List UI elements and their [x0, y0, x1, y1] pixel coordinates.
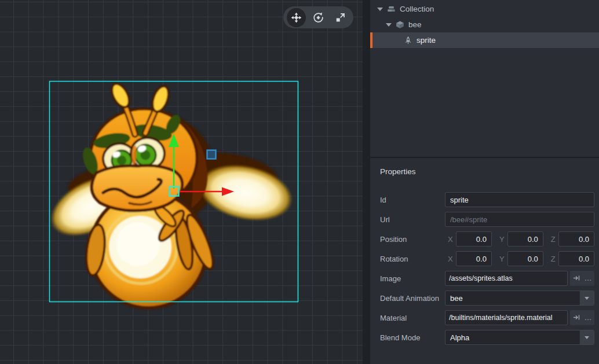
- blend-mode-dropdown[interactable]: Alpha: [445, 330, 594, 345]
- property-label: Position: [380, 235, 445, 244]
- axis-y-label: Y: [499, 235, 505, 244]
- dropdown-value: bee: [445, 294, 579, 303]
- outline-row-label: sprite: [417, 36, 436, 45]
- goto-arrow-icon: [573, 274, 580, 283]
- rotate-tool-button[interactable]: [309, 8, 328, 27]
- property-label: Id: [380, 196, 445, 204]
- panel-splitter[interactable]: [363, 0, 370, 364]
- rotate-icon: [313, 12, 324, 23]
- goto-arrow-icon: [573, 314, 580, 322]
- game-object-icon: [396, 20, 404, 29]
- property-label: Default Animation: [380, 294, 445, 303]
- property-row-default-animation: Default Animation bee: [380, 291, 594, 306]
- viewport-toolbar: [283, 6, 353, 28]
- property-row-position: Position X Y Z: [380, 231, 594, 247]
- outline-row-label: bee: [408, 20, 422, 29]
- properties-title: Properties: [380, 167, 594, 177]
- chevron-down-icon[interactable]: [386, 23, 392, 27]
- property-row-image: Image …: [380, 271, 594, 286]
- scene-viewport[interactable]: [0, 0, 370, 364]
- position-x-input[interactable]: [456, 231, 492, 247]
- image-resource-input[interactable]: [445, 271, 568, 286]
- material-resource-input[interactable]: [445, 310, 568, 325]
- open-resource-button[interactable]: [570, 271, 582, 286]
- outline-row-sprite[interactable]: sprite: [370, 32, 599, 48]
- property-row-blend-mode: Blend Mode Alpha: [380, 330, 594, 345]
- axis-x-label: X: [448, 255, 453, 263]
- axis-x-label: X: [448, 235, 453, 244]
- right-panel: Collection bee: [370, 0, 599, 364]
- dropdown-caret[interactable]: [579, 330, 594, 344]
- open-resource-button[interactable]: [570, 310, 582, 325]
- property-label: Rotation: [380, 255, 445, 263]
- image-resource-buttons: …: [570, 271, 594, 286]
- property-row-url: Url: [380, 212, 594, 227]
- move-tool-button[interactable]: [287, 8, 306, 27]
- caret-down-icon: [585, 297, 589, 300]
- property-row-material: Material …: [380, 310, 594, 325]
- rotation-x-input[interactable]: [456, 251, 492, 266]
- caret-down-icon: [585, 336, 589, 339]
- property-label: Url: [380, 215, 445, 224]
- axis-y-label: Y: [499, 255, 505, 263]
- bee-body: [80, 81, 218, 308]
- dropdown-value: Alpha: [445, 333, 579, 342]
- outline-panel: Collection bee: [370, 0, 599, 157]
- dropdown-caret[interactable]: [579, 291, 594, 305]
- position-z-input[interactable]: [558, 231, 594, 247]
- material-resource-buttons: …: [570, 310, 594, 325]
- scale-icon: [335, 12, 346, 23]
- browse-material-button[interactable]: …: [582, 310, 594, 325]
- sprite-icon: [404, 36, 412, 45]
- axis-z-label: Z: [551, 255, 556, 263]
- gizmo-plane-handle[interactable]: [207, 150, 216, 159]
- property-label: Material: [380, 314, 445, 322]
- chevron-down-icon[interactable]: [377, 8, 383, 11]
- url-field: [445, 212, 594, 227]
- move-icon: [291, 12, 302, 23]
- id-input[interactable]: [445, 192, 594, 207]
- rotation-z-input[interactable]: [558, 251, 594, 266]
- property-label: Image: [380, 274, 445, 283]
- outline-row-collection[interactable]: Collection: [370, 1, 599, 17]
- scene-canvas: [0, 0, 370, 364]
- properties-panel: Properties Id Url Position X Y Z: [370, 158, 599, 364]
- property-label: Blend Mode: [380, 333, 445, 342]
- property-row-id: Id: [380, 192, 594, 207]
- axis-z-label: Z: [551, 235, 556, 244]
- scale-tool-button[interactable]: [331, 8, 350, 27]
- rotation-y-input[interactable]: [507, 251, 543, 266]
- outline-row-label: Collection: [400, 5, 434, 13]
- browse-image-button[interactable]: …: [582, 271, 594, 286]
- outline-row-bee[interactable]: bee: [370, 17, 599, 32]
- position-y-input[interactable]: [507, 231, 543, 247]
- property-row-rotation: Rotation X Y Z: [380, 251, 594, 266]
- collection-icon: [387, 5, 396, 13]
- default-animation-dropdown[interactable]: bee: [445, 291, 594, 306]
